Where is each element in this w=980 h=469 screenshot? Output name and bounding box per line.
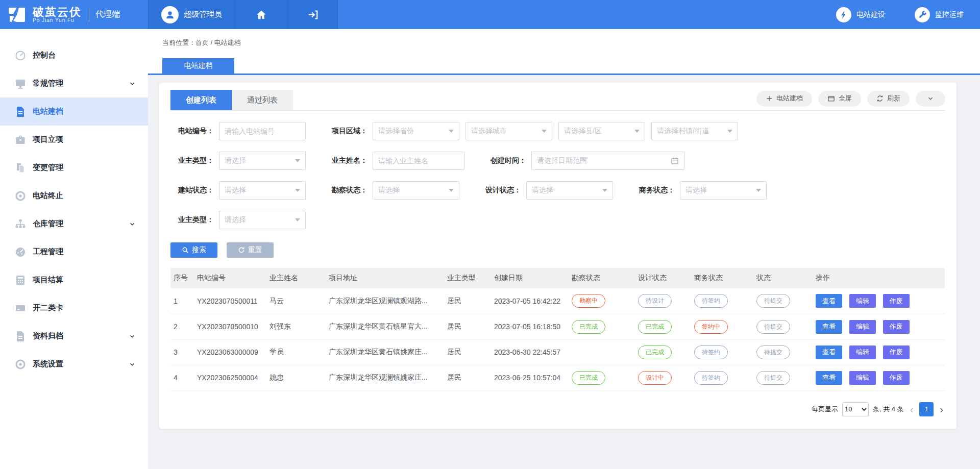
bolt-icon xyxy=(836,7,851,22)
next-page-button[interactable]: › xyxy=(938,404,945,414)
fullscreen-button[interactable]: 全屏 xyxy=(818,91,861,107)
reset-button[interactable]: 重置 xyxy=(227,242,274,258)
sidebar-item-system-settings[interactable]: 系统设置 xyxy=(0,350,148,378)
sidebar-item-warehouse-mgmt[interactable]: 仓库管理 xyxy=(0,210,148,238)
home-button[interactable] xyxy=(235,0,287,29)
nav-station-build[interactable]: 电站建设 xyxy=(836,7,885,22)
prev-page-button[interactable]: ‹ xyxy=(908,404,916,414)
owner-type-select[interactable]: 请选择 xyxy=(219,152,306,170)
view-button[interactable]: 查看 xyxy=(816,320,842,334)
owner-name-input[interactable] xyxy=(373,152,464,170)
sidebar-item-data-archive[interactable]: 资料归档 xyxy=(0,322,148,350)
search-button[interactable]: 搜索 xyxy=(170,242,217,258)
sidebar-item-engineering-mgmt[interactable]: 工程管理 xyxy=(0,238,148,266)
brand-name: 破茧云伏 xyxy=(33,6,82,18)
collapse-toolbar-button[interactable] xyxy=(916,91,945,107)
search-label: 搜索 xyxy=(192,245,206,255)
view-button[interactable]: 查看 xyxy=(816,371,842,385)
void-button[interactable]: 作废 xyxy=(883,345,910,359)
city-select[interactable]: 请选择城市 xyxy=(465,122,552,140)
filter-build-status: 建站状态： 请选择 xyxy=(170,181,306,200)
edit-button[interactable]: 编辑 xyxy=(849,320,876,334)
logout-button[interactable] xyxy=(287,0,338,29)
date-range-picker[interactable]: 请选择日期范围 xyxy=(531,152,684,170)
sidebar-item-station-terminate[interactable]: 电站终止 xyxy=(0,182,148,210)
tab-create-list[interactable]: 创建列表 xyxy=(170,90,232,110)
page-1-button[interactable]: 1 xyxy=(919,402,934,416)
page-tab-station-archive[interactable]: 电站建档 xyxy=(162,58,234,73)
county-select[interactable]: 请选择县/区 xyxy=(558,122,645,140)
per-page-select[interactable]: 10 xyxy=(842,402,869,416)
region-label: 项目区域： xyxy=(324,127,368,136)
fullscreen-label: 全屏 xyxy=(839,94,852,103)
top-header: 破茧云伏 Po Jian Yun Fu 代理端 超级管理员 xyxy=(0,0,980,29)
copy-icon xyxy=(14,162,27,174)
select-caret-icon xyxy=(295,189,300,192)
refresh-icon xyxy=(876,95,884,102)
build-status-select[interactable]: 请选择 xyxy=(219,181,306,200)
total-count-label: 条, 共 4 条 xyxy=(873,405,904,414)
table-row: 2 YX2023070500010 刘强东 广东深圳龙华区黄石镇星官大... 居… xyxy=(170,314,945,339)
filter-row-2: 业主类型： 请选择 业主姓名： 创建时间： 请选择日期范围 xyxy=(170,152,945,170)
sidebar-item-open-type2-card[interactable]: 开二类卡 xyxy=(0,294,148,322)
edit-button[interactable]: 编辑 xyxy=(849,345,876,359)
avatar xyxy=(161,6,179,23)
sidebar-item-general-mgmt[interactable]: 常规管理 xyxy=(0,69,148,97)
breadcrumb-path[interactable]: 首页 / 电站建档 xyxy=(195,39,241,46)
filter-design-status: 设计状态： 请选择 xyxy=(478,181,613,200)
portal-label: 代理端 xyxy=(95,9,120,20)
view-button[interactable]: 查看 xyxy=(816,345,842,359)
search-icon xyxy=(182,246,189,254)
owner-name-label: 业主姓名： xyxy=(324,156,368,165)
card-icon xyxy=(14,302,27,314)
status-badge: 待签约 xyxy=(694,371,728,385)
view-button[interactable]: 查看 xyxy=(816,294,842,308)
sidebar-item-station-archive[interactable]: 电站建档 xyxy=(0,97,148,126)
table-header-row: 序号 电站编号 业主姓名 项目地址 业主类型 创建日期 勘察状态 设计状态 商务… xyxy=(170,268,945,288)
sidebar-item-console[interactable]: 控制台 xyxy=(0,41,148,69)
select-caret-icon xyxy=(756,189,761,192)
void-button[interactable]: 作废 xyxy=(883,294,910,308)
plus-icon xyxy=(766,95,773,102)
chevron-down-icon xyxy=(129,333,136,340)
status-badge: 已完成 xyxy=(638,320,672,334)
user-name: 超级管理员 xyxy=(184,10,222,19)
void-button[interactable]: 作废 xyxy=(883,371,910,385)
chevron-down-icon xyxy=(129,220,136,228)
edit-button[interactable]: 编辑 xyxy=(849,371,876,385)
main-content: 当前位置：首页 / 电站建档 电站建档 创建列表 通过列表 电站建档 全屏 xyxy=(148,29,980,469)
sidebar-item-project-settlement[interactable]: 项目结算 xyxy=(0,266,148,294)
add-station-button[interactable]: 电站建档 xyxy=(756,91,812,107)
station-no-label: 电站编号： xyxy=(170,127,214,136)
list-tabs-row: 创建列表 通过列表 电站建档 全屏 刷新 xyxy=(170,90,945,111)
calculator-icon xyxy=(14,274,27,286)
filter-owner-name: 业主姓名： xyxy=(324,152,464,170)
owner-type2-select[interactable]: 请选择 xyxy=(219,211,306,229)
gauge-icon xyxy=(14,246,27,258)
design-status-select[interactable]: 请选择 xyxy=(526,181,613,200)
status-badge: 待签约 xyxy=(694,294,728,308)
filter-row-1: 电站编号： 项目区域： 请选择省份 请选择城市 请选择县/区 请选择村镇/街道 xyxy=(170,122,945,140)
status-badge: 待提交 xyxy=(756,371,790,385)
tab-passed-list[interactable]: 通过列表 xyxy=(232,90,293,110)
user-menu[interactable]: 超级管理员 xyxy=(148,0,235,29)
survey-status-select[interactable]: 请选择 xyxy=(373,181,459,200)
breadcrumb-label: 当前位置： xyxy=(162,39,195,46)
refresh-button[interactable]: 刷新 xyxy=(867,91,910,107)
sidebar-item-project-initiation[interactable]: 项目立项 xyxy=(0,126,148,154)
sidebar-item-change-mgmt[interactable]: 变更管理 xyxy=(0,154,148,182)
brand-divider xyxy=(89,8,89,21)
brand-logo-icon xyxy=(7,5,28,25)
business-status-select[interactable]: 请选择 xyxy=(680,181,767,200)
void-button[interactable]: 作废 xyxy=(883,320,910,334)
status-badge: 待提交 xyxy=(756,345,790,359)
select-caret-icon xyxy=(295,218,300,221)
col-code: 电站编号 xyxy=(194,268,266,288)
edit-button[interactable]: 编辑 xyxy=(849,294,876,308)
province-select[interactable]: 请选择省份 xyxy=(373,122,459,140)
table-row: 1 YX2023070500011 马云 广东深圳龙华区观澜镇观湖路... 居民… xyxy=(170,288,945,314)
briefcase-icon xyxy=(14,134,27,146)
station-no-input[interactable] xyxy=(219,122,306,140)
town-select[interactable]: 请选择村镇/街道 xyxy=(651,122,738,140)
nav-monitor-ops[interactable]: 监控运维 xyxy=(915,7,964,22)
